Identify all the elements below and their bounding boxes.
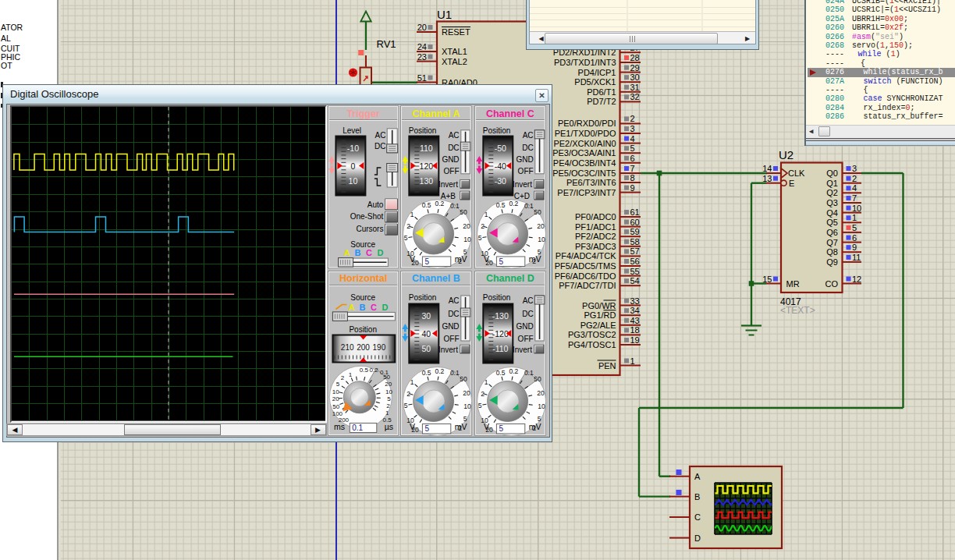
svg-text:Q0: Q0 bbox=[826, 168, 838, 178]
svg-text:0.1: 0.1 bbox=[524, 369, 534, 377]
svg-text:2: 2 bbox=[481, 222, 485, 230]
svg-text:130: 130 bbox=[419, 177, 433, 186]
svg-text:9: 9 bbox=[630, 183, 635, 193]
svg-text:2: 2 bbox=[481, 389, 485, 397]
svg-text:AC: AC bbox=[523, 296, 534, 305]
svg-text:9: 9 bbox=[852, 243, 857, 252]
svg-text:200: 200 bbox=[357, 343, 370, 352]
svg-text:0.2: 0.2 bbox=[435, 367, 444, 374]
svg-text:1: 1 bbox=[410, 211, 414, 218]
svg-text:Channel A: Channel A bbox=[412, 108, 460, 119]
svg-text:AC: AC bbox=[449, 296, 460, 305]
svg-text:GND: GND bbox=[516, 155, 533, 164]
svg-text:GND: GND bbox=[442, 321, 459, 330]
svg-text:DC: DC bbox=[448, 144, 459, 152]
svg-text:5: 5 bbox=[424, 424, 429, 433]
svg-text:20: 20 bbox=[332, 395, 339, 402]
svg-text:GND: GND bbox=[442, 155, 459, 164]
svg-text:23: 23 bbox=[417, 52, 427, 62]
svg-text:<TEXT>: <TEXT> bbox=[780, 305, 815, 316]
svg-text:50: 50 bbox=[534, 208, 541, 216]
svg-text:CLK: CLK bbox=[788, 168, 805, 178]
svg-text:mV: mV bbox=[529, 422, 541, 431]
svg-text:0.5: 0.5 bbox=[359, 366, 368, 373]
svg-text:50: 50 bbox=[460, 375, 467, 383]
svg-text:1: 1 bbox=[485, 211, 488, 218]
svg-text:20: 20 bbox=[537, 389, 545, 397]
svg-text:56: 56 bbox=[630, 257, 640, 266]
svg-text:µs: µs bbox=[384, 423, 392, 431]
svg-text:RESET: RESET bbox=[442, 27, 470, 37]
svg-text:32: 32 bbox=[630, 92, 640, 101]
svg-text:Q7: Q7 bbox=[826, 238, 838, 247]
svg-text:Position: Position bbox=[349, 325, 377, 334]
svg-text:0.5: 0.5 bbox=[422, 368, 431, 376]
svg-text:40: 40 bbox=[421, 329, 431, 338]
svg-text:PE5/OC3C/INT5: PE5/OC3C/INT5 bbox=[552, 168, 616, 178]
svg-text:-130: -130 bbox=[492, 312, 509, 321]
svg-text:10: 10 bbox=[538, 402, 545, 410]
svg-text:RV1: RV1 bbox=[377, 38, 396, 50]
svg-text:43: 43 bbox=[630, 316, 640, 325]
svg-text:XTAL2: XTAL2 bbox=[442, 57, 467, 66]
svg-text:50: 50 bbox=[332, 402, 339, 409]
svg-text:PD5/XCK1: PD5/XCK1 bbox=[574, 77, 616, 87]
svg-text:PE2/XCK0/AIN0: PE2/XCK0/AIN0 bbox=[553, 139, 616, 148]
svg-text:0.2: 0.2 bbox=[509, 367, 518, 374]
svg-text:-50: -50 bbox=[495, 144, 506, 153]
svg-text:2: 2 bbox=[406, 222, 410, 230]
svg-text:B: B bbox=[354, 248, 360, 257]
svg-text:5: 5 bbox=[630, 144, 635, 153]
svg-text:PE7/ICP3/INT7: PE7/ICP3/INT7 bbox=[557, 188, 616, 197]
svg-text:Q9: Q9 bbox=[826, 257, 838, 267]
svg-text:0: 0 bbox=[350, 162, 355, 171]
svg-text:61: 61 bbox=[630, 207, 640, 217]
svg-text:1: 1 bbox=[485, 377, 488, 385]
svg-text:mV: mV bbox=[455, 255, 467, 264]
svg-text:3: 3 bbox=[630, 124, 635, 133]
svg-text:2: 2 bbox=[406, 389, 410, 397]
svg-text:24: 24 bbox=[417, 42, 427, 51]
svg-text:PE6/T3/INT6: PE6/T3/INT6 bbox=[566, 178, 616, 187]
svg-text:190: 190 bbox=[372, 343, 385, 352]
svg-text:30: 30 bbox=[630, 73, 640, 82]
svg-text:Channel D: Channel D bbox=[486, 273, 534, 284]
svg-text:5: 5 bbox=[499, 257, 503, 266]
svg-text:XTAL1: XTAL1 bbox=[442, 47, 467, 56]
svg-text:C: C bbox=[371, 302, 377, 311]
svg-text:MR: MR bbox=[786, 279, 800, 289]
svg-text:PE4/OC3B/INT4: PE4/OC3B/INT4 bbox=[553, 158, 616, 168]
svg-text:C: C bbox=[694, 512, 701, 522]
svg-text:1: 1 bbox=[348, 371, 352, 378]
svg-text:15: 15 bbox=[762, 275, 772, 284]
svg-text:Invert: Invert bbox=[438, 345, 458, 353]
svg-text:PG2/ALE: PG2/ALE bbox=[580, 321, 616, 330]
svg-text:D: D bbox=[382, 302, 388, 311]
svg-text:B: B bbox=[359, 302, 365, 311]
svg-text:120: 120 bbox=[419, 162, 433, 171]
svg-text:31: 31 bbox=[630, 83, 640, 92]
svg-text:0.5: 0.5 bbox=[382, 416, 392, 423]
svg-text:V: V bbox=[484, 255, 489, 264]
svg-text:Position: Position bbox=[483, 293, 511, 302]
svg-text:D: D bbox=[694, 533, 701, 543]
svg-text:Invert: Invert bbox=[513, 180, 532, 189]
svg-text:5: 5 bbox=[404, 234, 408, 242]
svg-text:Invert: Invert bbox=[438, 180, 458, 189]
svg-text:PG4/TOSC1: PG4/TOSC1 bbox=[568, 340, 616, 349]
svg-text:C: C bbox=[366, 248, 372, 257]
svg-text:50: 50 bbox=[421, 345, 431, 353]
svg-text:12: 12 bbox=[852, 275, 861, 284]
svg-text:18: 18 bbox=[630, 325, 640, 335]
svg-text:PF4/ADC4/TCK: PF4/ADC4/TCK bbox=[556, 251, 616, 261]
svg-text:2: 2 bbox=[852, 174, 857, 183]
svg-text:-10: -10 bbox=[346, 144, 358, 153]
svg-text:4: 4 bbox=[852, 183, 857, 193]
svg-text:PG0/WR: PG0/WR bbox=[582, 301, 616, 310]
svg-text:DC: DC bbox=[448, 309, 459, 317]
svg-text:50: 50 bbox=[460, 208, 467, 216]
svg-text:10: 10 bbox=[852, 204, 861, 213]
svg-text:0.2: 0.2 bbox=[435, 200, 444, 207]
svg-text:PD7/T2: PD7/T2 bbox=[587, 97, 616, 106]
svg-text:Level: Level bbox=[343, 126, 361, 135]
